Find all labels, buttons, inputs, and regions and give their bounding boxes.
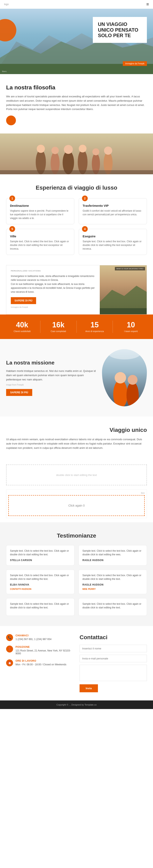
stat-label-40k: Clienti soddisfatti: [14, 330, 31, 333]
viaggio-heading: Viaggio unico: [6, 427, 147, 433]
testi-card-0: Sample text. Click to select the text bo…: [6, 545, 74, 565]
contact-phone-value: 1 (234) 567 891, 1 (234) 987 654: [16, 638, 52, 641]
svg-rect-20: [100, 308, 147, 314]
testi-name-2: ELBA IVANOVA: [10, 583, 70, 586]
stat-number-16k: 16k: [42, 321, 74, 329]
hero-content-card: UN VIAGGIO UNICO PENSATO SOLO PER TE: [93, 17, 147, 43]
contact-form: Invia: [80, 645, 147, 692]
card-number-1: 1: [9, 195, 15, 201]
testi-text-5: Sample text. Click to select the text bo…: [83, 602, 143, 610]
contact-heading: Contattaci: [80, 634, 147, 641]
card-body-2: Goditi il comfort dei nostri veicoli ed …: [83, 209, 143, 216]
testimonianze-grid: Sample text. Click to select the text bo…: [6, 545, 147, 616]
filosofia-body: We are a team of tourist specialists pas…: [6, 94, 147, 112]
section-stats: 40k Clienti soddisfatti 16k Casi complet…: [0, 314, 153, 339]
testi-name-0: STELLA CARSON: [10, 559, 70, 562]
stat-number-10: 10: [115, 321, 147, 329]
header: logo ≡: [0, 0, 153, 9]
click-again-text: Click again 0: [68, 504, 85, 507]
card-ville: 5 Ville Sample text. Click to select the…: [6, 229, 74, 255]
mission-body: Habitam morbi tristique senectus et. Nis…: [6, 369, 96, 382]
contact-hours-info: ORE DI LAVORO Mon - Fri: 08:00 - 18:00 /…: [16, 659, 66, 666]
testi-link-3[interactable]: MDE PERRY: [83, 588, 143, 590]
esperienze-heading: Esperienza di viaggio di lusso: [6, 185, 147, 191]
contact-item-hours: ⏰ ORE DI LAVORO Mon - Fri: 08:00 - 18:00…: [6, 659, 73, 666]
testi-text-4: Sample text. Click to select the text bo…: [10, 602, 70, 610]
card-body-5: Sample text. Click to select the text bo…: [10, 240, 70, 251]
contact-hours-value: Mon - Fri: 08:00 - 18:00 / Closed on Wee…: [16, 663, 66, 666]
esperienze-cards-grid: 1 Destinazione Vogliamo sapere dove e pe…: [6, 198, 147, 255]
testi-name-3: RAGLE HUDSON: [83, 583, 143, 586]
card-destinazione: 1 Destinazione Vogliamo sapere dove e pe…: [6, 198, 74, 224]
section-mission: La nostra missione Habitam morbi tristiq…: [0, 339, 153, 416]
contact-phone-info: CHIAMACI 1 (234) 567 891, 1 (234) 987 65…: [16, 634, 52, 641]
svg-point-16: [104, 147, 112, 155]
stat-number-40k: 40k: [6, 321, 38, 329]
svg-point-14: [92, 148, 99, 155]
card-title-5: Ville: [10, 235, 70, 238]
stat-label-10: I team esperti: [124, 330, 138, 333]
hero-credit: libero.: [2, 70, 7, 72]
pv-credit: Immagine da Freepik: [11, 306, 95, 308]
testi-text-1: Sample text. Click to select the text bo…: [83, 549, 143, 556]
filosofia-btn-circle[interactable]: [6, 116, 16, 125]
testi-card-2: Sample text. Click to select the text bo…: [6, 569, 74, 594]
phone-icon: 📞: [6, 634, 13, 641]
testi-card-4: Sample text. Click to select the text bo…: [6, 598, 74, 616]
card-number-4: 4: [82, 226, 88, 232]
svg-point-10: [64, 145, 73, 154]
pv-left: PERSONALIZED VACATIONS Immergetevi in be…: [6, 265, 100, 314]
card-title-4: Eseguire: [83, 235, 143, 238]
testi-card-1: Sample text. Click to select the text bo…: [79, 545, 147, 565]
card-eseguire: 4 Eseguire Sample text. Click to select …: [79, 229, 147, 255]
testi-card-3: Sample text. Click to select the text bo…: [79, 569, 147, 594]
contact-message-input[interactable]: [80, 665, 147, 681]
footer: Copyright © ... Designed by Template.co: [0, 701, 153, 709]
contact-right: Contattaci Invia: [80, 634, 147, 692]
menu-icon[interactable]: ≡: [146, 2, 149, 7]
contact-hours-label: ORE DI LAVORO: [16, 659, 66, 662]
click-box-content[interactable]: Click again 0: [8, 495, 145, 516]
contact-left: 📞 CHIAMACI 1 (234) 567 891, 1 (234) 987 …: [6, 634, 73, 692]
pv-btn[interactable]: SAPERE DI PIÙ: [11, 297, 36, 304]
footer-text: Copyright © ... Designed by Template.co: [57, 704, 97, 706]
testi-name-1: RAGLE HUDSON: [83, 559, 143, 562]
stat-40k: 40k Clienti soddisfatti: [4, 321, 40, 333]
stat-16k: 16k Casi completati: [40, 321, 77, 333]
mission-credit: image from Freepik: [6, 384, 96, 386]
testi-card-5: Sample text. Click to select the text bo…: [79, 598, 147, 616]
testi-link-2[interactable]: CONTATTI HUDSON: [10, 588, 70, 590]
click-again-section: box Click again 0: [6, 489, 147, 518]
double-click-box[interactable]: double click to start editing the text: [6, 465, 147, 485]
mission-btn[interactable]: SAPERE DI PIÙ: [6, 389, 32, 396]
hours-icon: ⏰: [6, 659, 13, 666]
group-photo-section: [0, 133, 153, 174]
mission-right-image: [102, 349, 147, 406]
hero-tag: Immagine da Freepik: [123, 61, 147, 66]
stat-label-16k: Casi completati: [51, 330, 66, 333]
svg-rect-17: [0, 170, 153, 174]
hero-section: UN VIAGGIO UNICO PENSATO SOLO PER TE Imm…: [0, 9, 153, 74]
section-personalized: PERSONALIZED VACATIONS Immergetevi in be…: [6, 265, 147, 314]
double-click-text: double click to start editing the text: [56, 473, 97, 476]
contact-location-label: POSIZIONE: [16, 646, 73, 648]
contact-email-input[interactable]: [80, 655, 147, 662]
svg-point-23: [115, 372, 126, 383]
section-contact: 📞 CHIAMACI 1 (234) 567 891, 1 (234) 987 …: [0, 626, 153, 701]
stat-label-15: Anni di esperienza: [86, 330, 104, 333]
header-logo: logo: [4, 3, 9, 6]
mission-left: La nostra missione Habitam morbi tristiq…: [6, 360, 96, 396]
hero-title: UN VIAGGIO UNICO PENSATO SOLO PER TE: [98, 22, 142, 38]
contact-location-info: POSIZIONE 121 Rock Street, 21 Avenue, Ne…: [16, 646, 73, 655]
contact-location-value: 121 Rock Street, 21 Avenue, New York, NY…: [16, 649, 73, 655]
card-title-1: Destinazione: [10, 204, 70, 207]
stat-10: 10 I team esperti: [113, 321, 149, 333]
contact-name-input[interactable]: [80, 645, 147, 652]
svg-point-12: [79, 145, 87, 152]
svg-point-8: [52, 147, 59, 154]
svg-rect-4: [0, 133, 153, 174]
card-number-5: 5: [9, 226, 15, 232]
contact-submit-btn[interactable]: Invia: [80, 684, 98, 692]
card-title-2: Trasferimento VIP: [83, 204, 143, 207]
card-vip: 2 Trasferimento VIP Goditi il comfort de…: [79, 198, 147, 224]
